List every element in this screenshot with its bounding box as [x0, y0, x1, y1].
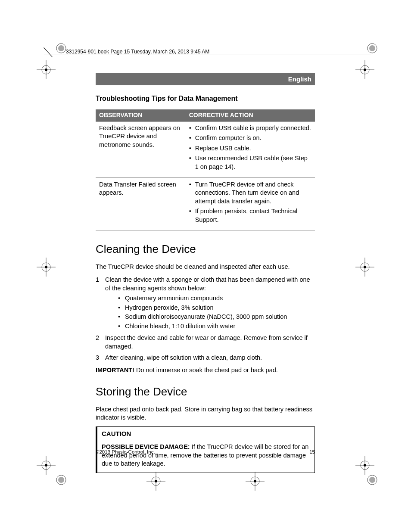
cleaning-intro: The TrueCPR device should be cleaned and…	[96, 263, 315, 271]
action-item: Confirm computer is on.	[189, 134, 311, 143]
agent-item: Sodium dichloroisocyanurate (NaDCC), 300…	[118, 313, 315, 321]
agent-item: Quaternary ammonium compounds	[118, 294, 315, 303]
observation-cell: Feedback screen appears on TrueCPR devic…	[96, 121, 186, 177]
table-row: Feedback screen appears on TrueCPR devic…	[96, 121, 315, 177]
cleaning-steps: 1 Clean the device with a sponge or clot…	[96, 276, 315, 362]
step-text: Clean the device with a sponge or cloth …	[105, 276, 310, 292]
crop-mark-icon	[366, 42, 378, 54]
action-item: Use recommended USB cable (see Step 1 on…	[189, 154, 311, 171]
heading-cleaning: Cleaning the Device	[96, 242, 315, 257]
section-title: Troubleshooting Tips for Data Management	[96, 94, 315, 103]
agent-item: Hydrogen peroxide, 3% solution	[118, 304, 315, 312]
book-header: 3312954-901.book Page 15 Tuesday, March …	[66, 48, 209, 55]
svg-point-7	[45, 68, 47, 71]
caution-body: POSSIBLE DEVICE DAMAGE: If the TrueCPR d…	[97, 440, 314, 473]
svg-point-39	[254, 480, 256, 482]
step-number: 2	[96, 334, 105, 351]
action-cell: Turn TrueCPR device off and check connec…	[186, 177, 315, 230]
table-head-action: CORRECTIVE ACTION	[186, 109, 315, 121]
page-content: English Troubleshooting Tips for Data Ma…	[96, 73, 315, 473]
register-mark-icon	[37, 456, 56, 475]
step-number: 1	[96, 276, 105, 331]
important-text: Do not immerse or soak the chest pad or …	[134, 367, 278, 373]
svg-point-23	[45, 464, 47, 467]
list-item: 2 Inspect the device and cable for wear …	[96, 334, 315, 351]
svg-point-15	[45, 266, 47, 268]
step-number: 3	[96, 354, 105, 362]
register-mark-icon	[37, 60, 56, 79]
troubleshooting-table: OBSERVATION CORRECTIVE ACTION Feedback s…	[96, 109, 315, 231]
step-text: Inspect the device and cable for wear or…	[105, 334, 315, 351]
svg-point-31	[369, 477, 375, 483]
table-row: Data Transfer Failed screen appears. Tur…	[96, 177, 315, 230]
crop-mark-icon	[55, 42, 67, 54]
action-item: Turn TrueCPR device off and check connec…	[189, 180, 311, 206]
svg-point-3	[369, 45, 375, 51]
register-mark-icon	[355, 258, 374, 277]
observation-cell: Data Transfer Failed screen appears.	[96, 177, 186, 230]
important-label: IMPORTANT!	[96, 367, 134, 373]
action-item: Replace USB cable.	[189, 144, 311, 153]
storing-intro: Place chest pad onto back pad. Store in …	[96, 405, 315, 422]
register-mark-icon	[355, 456, 374, 475]
crop-mark-icon	[55, 474, 67, 486]
page-footer: ©2013 Physio-Control, Inc. 15	[96, 449, 315, 456]
step-text: After cleaning, wipe off solution with a…	[105, 354, 315, 362]
svg-point-29	[58, 477, 64, 483]
agent-item: Chlorine bleach, 1:10 dilution with wate…	[118, 322, 315, 331]
copyright: ©2013 Physio-Control, Inc.	[96, 449, 155, 456]
svg-point-11	[364, 68, 366, 71]
heading-storing: Storing the Device	[96, 384, 315, 399]
register-mark-icon	[246, 472, 265, 491]
svg-point-27	[364, 464, 366, 467]
header-rule-diag	[44, 47, 53, 57]
register-mark-icon	[355, 60, 374, 79]
important-note: IMPORTANT! Do not immerse or soak the ch…	[96, 366, 315, 375]
language-bar: English	[96, 73, 315, 85]
svg-point-1	[58, 45, 64, 51]
crop-mark-icon	[366, 474, 378, 486]
caution-title: CAUTION	[97, 427, 314, 440]
list-item: 1 Clean the device with a sponge or clot…	[96, 276, 315, 331]
register-mark-icon	[146, 472, 165, 491]
page-number: 15	[309, 449, 315, 456]
header-rule	[44, 55, 371, 55]
register-mark-icon	[37, 258, 56, 277]
svg-point-19	[364, 266, 366, 268]
list-item: 3 After cleaning, wipe off solution with…	[96, 354, 315, 362]
action-cell: Confirm USB cable is properly connected.…	[186, 121, 315, 177]
table-head-observation: OBSERVATION	[96, 109, 186, 121]
action-item: If problem persists, contact Technical S…	[189, 207, 311, 224]
action-item: Confirm USB cable is properly connected.	[189, 124, 311, 133]
svg-point-35	[155, 480, 157, 482]
